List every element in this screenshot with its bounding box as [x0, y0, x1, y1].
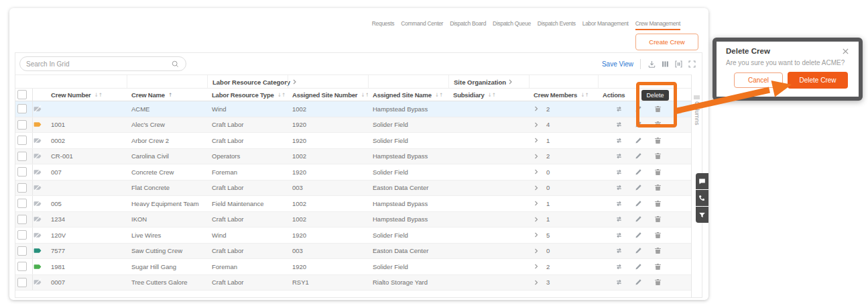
row-checkbox[interactable] — [17, 152, 27, 161]
delete-icon[interactable] — [654, 262, 662, 271]
delete-icon[interactable] — [654, 278, 662, 287]
row-checkbox[interactable] — [17, 167, 27, 176]
delete-icon[interactable] — [654, 136, 662, 145]
column-header-crew-members[interactable]: Crew Members↓↑ — [529, 89, 598, 101]
table-row[interactable]: Flat Concrete Craft Labor 003 Easton Dat… — [15, 181, 691, 197]
group-header-labor-resource-category[interactable]: Labor Resource Category — [207, 75, 288, 89]
column-header-labor-resource-type[interactable]: Labor Resource Type↓↑ — [207, 89, 288, 101]
row-checkbox[interactable] — [17, 246, 27, 256]
tab-crew-management[interactable]: Crew Management — [635, 20, 680, 30]
transfer-icon[interactable] — [615, 246, 623, 255]
expand-row-icon[interactable] — [534, 201, 539, 206]
column-header-assigned-site-number[interactable]: Assigned Site Number↓↑ — [288, 89, 368, 101]
table-row[interactable]: 1234 IKON Craft Labor 1002 Hampstead Byp… — [15, 212, 691, 228]
table-row[interactable]: 7577 Saw Cutting Crew Craft Labor 003 Ea… — [15, 244, 691, 260]
expand-row-icon[interactable] — [534, 169, 539, 174]
expand-row-icon[interactable] — [534, 106, 539, 111]
transfer-icon[interactable] — [615, 231, 623, 240]
tab-labor-management[interactable]: Labor Management — [582, 20, 629, 30]
table-row[interactable]: 1001 Alec's Crew Craft Labor 1920 Solide… — [15, 117, 691, 134]
edit-icon[interactable] — [634, 262, 643, 271]
transfer-icon[interactable] — [615, 199, 623, 208]
row-checkbox[interactable] — [17, 104, 27, 113]
expand-row-icon[interactable] — [534, 232, 539, 238]
expand-row-icon[interactable] — [534, 217, 539, 222]
search-input[interactable] — [26, 60, 171, 68]
edit-icon[interactable] — [634, 136, 643, 145]
group-header-site-organization[interactable]: Site Organization — [448, 75, 529, 89]
table-row[interactable]: 005 Heavy Equipment Team Field Maintenan… — [15, 196, 691, 212]
transfer-icon[interactable] — [615, 136, 623, 145]
row-checkbox[interactable] — [17, 183, 27, 193]
sort-icon[interactable]: ↑ — [168, 92, 172, 98]
delete-icon[interactable] — [654, 215, 662, 223]
sort-icon[interactable]: ↓↑ — [580, 92, 589, 98]
tab-requests[interactable]: Requests — [372, 20, 395, 30]
columns-icon[interactable] — [661, 60, 670, 68]
expand-row-icon[interactable] — [534, 280, 539, 285]
transfer-icon[interactable] — [615, 183, 623, 192]
column-header-assigned-site-name[interactable]: Assigned Site Name↓↑ — [368, 89, 448, 101]
delete-crew-confirm-button[interactable]: Delete Crew — [788, 72, 848, 89]
transfer-icon[interactable] — [615, 215, 623, 223]
sort-icon[interactable]: ↓↑ — [277, 92, 286, 98]
delete-icon[interactable] — [654, 231, 662, 240]
row-checkbox[interactable] — [17, 120, 27, 130]
delete-icon[interactable] — [654, 246, 662, 255]
row-checkbox[interactable] — [17, 215, 27, 224]
edit-icon[interactable] — [634, 199, 643, 208]
tab-dispatch-events[interactable]: Dispatch Events — [538, 20, 576, 30]
delete-icon[interactable] — [654, 105, 662, 113]
row-checkbox[interactable] — [17, 199, 27, 208]
table-row[interactable]: 120V Live Wires Wind 1920 Solider Field … — [15, 227, 691, 244]
delete-icon[interactable] — [654, 120, 662, 129]
tab-command-center[interactable]: Command Center — [401, 20, 443, 30]
transfer-icon[interactable] — [615, 278, 623, 287]
download-icon[interactable] — [647, 60, 656, 68]
edit-icon[interactable] — [634, 215, 643, 223]
row-checkbox[interactable] — [17, 262, 27, 271]
edit-icon[interactable] — [634, 120, 643, 129]
row-checkbox[interactable] — [17, 136, 27, 145]
delete-icon[interactable] — [654, 168, 662, 176]
fullscreen-icon[interactable] — [688, 60, 696, 68]
edit-icon[interactable] — [634, 246, 643, 255]
row-checkbox[interactable] — [17, 278, 27, 287]
table-row[interactable]: 0002 Arbor Crew 2 Craft Labor 1920 Solid… — [15, 133, 691, 149]
edit-icon[interactable] — [634, 183, 643, 192]
table-row[interactable]: CR-001 Carolina Civil Operators 1002 Ham… — [15, 149, 691, 165]
sort-icon[interactable]: ↓↑ — [95, 92, 103, 98]
close-icon[interactable] — [842, 48, 849, 55]
row-checkbox[interactable] — [17, 230, 27, 240]
expand-row-icon[interactable] — [534, 264, 539, 269]
delete-icon[interactable] — [654, 152, 662, 160]
fit-to-screen-icon[interactable] — [674, 60, 683, 68]
table-row[interactable]: 007 Concrete Crew Foreman 1920 Solider F… — [15, 164, 691, 181]
tab-dispatch-board[interactable]: Dispatch Board — [450, 20, 486, 30]
create-crew-button[interactable]: Create Crew — [635, 34, 698, 50]
delete-icon[interactable] — [654, 199, 662, 208]
table-row[interactable]: ACME Wind 1002 Hampstead Bypass 2 — [15, 101, 691, 117]
table-row[interactable]: 1981 Sugar Hill Gang Foreman 1920 Solide… — [15, 259, 691, 275]
expand-row-icon[interactable] — [534, 248, 539, 254]
transfer-icon[interactable] — [615, 152, 623, 160]
delete-icon[interactable] — [654, 183, 662, 192]
edit-icon[interactable] — [634, 152, 643, 160]
transfer-icon[interactable] — [615, 120, 623, 129]
edit-icon[interactable] — [634, 278, 643, 287]
save-view-link[interactable]: Save View — [602, 60, 633, 68]
select-all-checkbox[interactable] — [17, 90, 27, 99]
transfer-icon[interactable] — [615, 262, 623, 271]
edit-icon[interactable] — [634, 168, 643, 176]
edit-icon[interactable] — [634, 105, 643, 113]
edit-icon[interactable] — [634, 231, 643, 240]
table-row[interactable]: 0007 Tree Cutters Galore Craft Labor RSY… — [15, 275, 691, 291]
tab-dispatch-queue[interactable]: Dispatch Queue — [493, 20, 531, 30]
expand-row-icon[interactable] — [534, 154, 539, 159]
transfer-icon[interactable] — [615, 168, 623, 176]
cancel-button[interactable]: Cancel — [734, 72, 783, 88]
column-header-subsidiary[interactable]: Subsidiary↓↑ — [448, 89, 529, 101]
sort-icon[interactable]: ↓↑ — [488, 92, 497, 98]
sort-icon[interactable]: ↓↑ — [435, 92, 444, 98]
filter-button[interactable] — [696, 207, 708, 223]
